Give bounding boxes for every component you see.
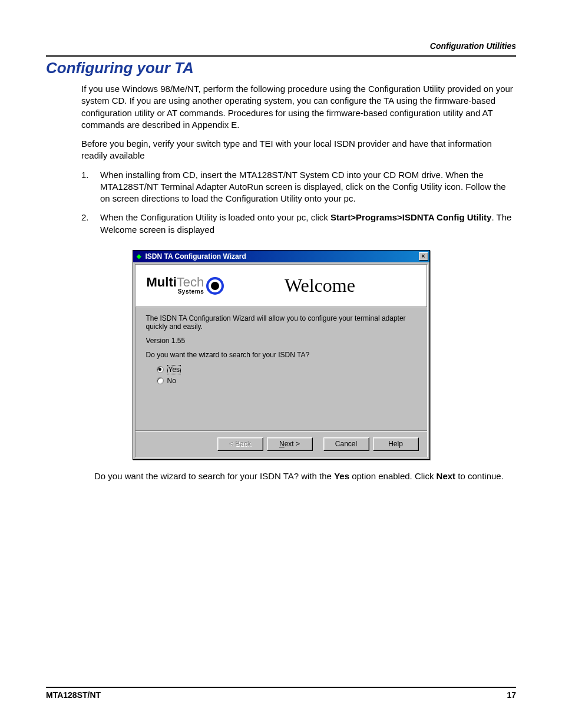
intro-paragraph-1: If you use Windows 98/Me/NT, perform the… xyxy=(81,83,516,131)
cancel-button[interactable]: Cancel xyxy=(323,437,369,451)
post-wizard-note: Do you want the wizard to search for you… xyxy=(94,470,504,482)
help-button[interactable]: Help xyxy=(373,437,419,451)
logo-circle-icon xyxy=(206,277,224,295)
header-section-label: Configuration Utilities xyxy=(46,41,516,51)
page-number: 17 xyxy=(507,690,516,700)
dialog-title: ISDN TA Configuration Wizard xyxy=(146,252,419,261)
wizard-question: Do you want the wizard to search for you… xyxy=(146,351,416,359)
step-2-number: 2. xyxy=(81,212,89,223)
wizard-button-row: < Back Next > Cancel Help xyxy=(135,431,427,457)
step-2: 2. When the Configuration Utility is loa… xyxy=(81,212,516,236)
note-next: Next xyxy=(437,471,456,481)
wizard-intro-text: The ISDN TA Configuration Wizard will al… xyxy=(146,314,416,331)
footer-rule xyxy=(46,687,516,688)
logo-bold: Multi xyxy=(147,275,177,289)
header-rule xyxy=(46,55,516,57)
wizard-banner: MultiTech Systems Welcome xyxy=(135,265,427,307)
next-button-accel: N xyxy=(279,440,285,448)
step-2-text-a: When the Configuration Utility is loaded… xyxy=(100,212,330,222)
page-title: Configuring your TA xyxy=(46,59,516,77)
intro-paragraph-2: Before you begin, verify your switch typ… xyxy=(81,138,516,162)
titlebar[interactable]: ◆ ISDN TA Configuration Wizard × xyxy=(133,251,429,262)
back-button: < Back xyxy=(217,437,263,451)
note-t2: option enabled. Click xyxy=(349,471,437,481)
step-1-text: When installing from CD, insert the MTA1… xyxy=(100,170,506,204)
close-button[interactable]: × xyxy=(419,252,428,261)
note-t1: Do you want the wizard to search for you… xyxy=(94,471,334,481)
footer-model: MTA128ST/NT xyxy=(46,690,101,700)
logo-thin: Tech xyxy=(177,275,204,289)
app-icon: ◆ xyxy=(134,252,144,261)
radio-yes-row[interactable]: Yes xyxy=(157,365,416,374)
note-yes: Yes xyxy=(334,471,349,481)
radio-no-row[interactable]: No xyxy=(157,377,416,385)
radio-no-label: No xyxy=(167,377,176,385)
step-1-number: 1. xyxy=(81,169,89,181)
step-1: 1. When installing from CD, insert the M… xyxy=(81,169,516,205)
radio-yes-label: Yes xyxy=(167,365,181,374)
wizard-version: Version 1.55 xyxy=(146,337,416,345)
note-t3: to continue. xyxy=(455,471,504,481)
wizard-dialog: ◆ ISDN TA Configuration Wizard × MultiTe… xyxy=(133,250,430,460)
step-2-menu-path: Start>Programs>ISDNTA Config Utility xyxy=(330,212,491,222)
next-button-rest: ext > xyxy=(285,440,300,448)
radio-no-dot[interactable] xyxy=(157,377,164,384)
multitech-logo: MultiTech Systems xyxy=(147,276,224,295)
next-button[interactable]: Next > xyxy=(267,437,313,451)
welcome-heading: Welcome xyxy=(224,275,415,297)
radio-yes-dot[interactable] xyxy=(157,366,164,373)
